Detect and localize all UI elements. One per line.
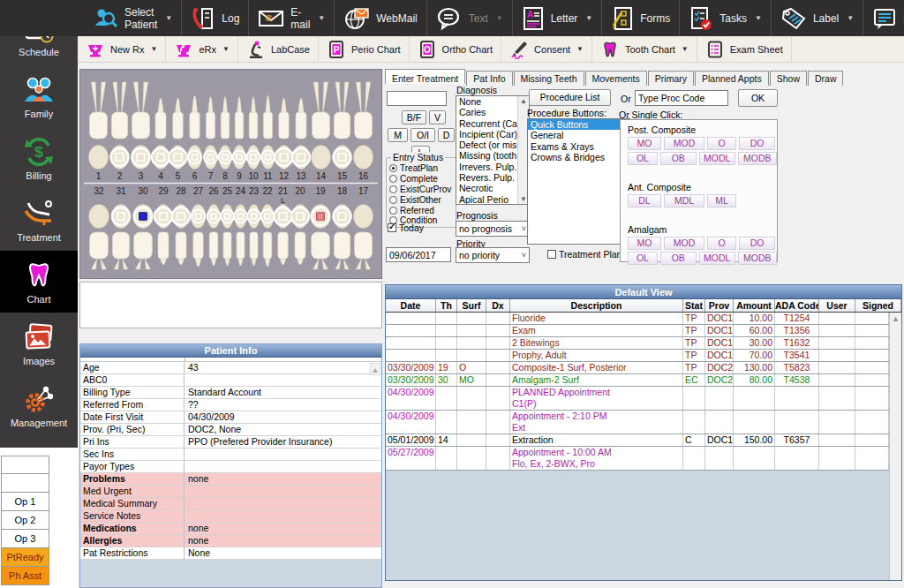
diagnosis-item-caries[interactable]: Caries [456,107,518,117]
tooth-occlusal-2[interactable] [110,146,128,170]
op-cell-empty[interactable] [1,474,49,493]
tooth-chart-button[interactable]: Tooth Chart ▼ [592,36,697,62]
column-header-ada-code[interactable]: ADA Code [775,299,819,312]
diagnosis-item-revers-pulp[interactable]: Revers. Pulp. [456,172,518,183]
table-row[interactable]: Prophy, AdultTPDOC170.00T3541 [386,350,889,362]
table-row[interactable]: 05/27/2009Appointment - 10:00 AMFlo, Ex,… [386,447,889,471]
surface-oi-button[interactable]: O/I [411,128,435,142]
tooth-number-18[interactable]: 18 [337,186,348,196]
tooth-number-3[interactable]: 3 [139,171,144,181]
tab-movements[interactable]: Movements [585,71,647,86]
procedure-category-general[interactable]: General [528,130,629,140]
tooth-occlusal-11[interactable] [261,146,275,170]
tooth-occlusal-5[interactable] [170,146,187,170]
tab-planned-appts[interactable]: Planned Appts [695,71,769,86]
quick-button-amalgam-o[interactable]: O [707,237,736,250]
tooth-number-11[interactable]: 11 [263,171,273,181]
tooth-anatomical-22[interactable] [263,232,272,267]
tooth-anatomical-1[interactable] [90,82,108,139]
tooth-number-12[interactable]: 12 [279,171,290,181]
tooth-occlusal-27[interactable] [191,205,206,229]
sidebar-item-family[interactable]: Family [0,65,78,127]
diagnosis-item-apical-perio[interactable]: Apical Perio [456,194,518,205]
quick-button-post-composite-do[interactable]: DO [739,137,775,150]
tooth-number-17[interactable]: 17 [358,186,369,196]
log-button[interactable]: Log [182,0,249,36]
op-cell-op-1[interactable]: Op 1 [1,493,49,511]
tooth-occlusal-24[interactable] [234,205,247,229]
tooth-number-5[interactable]: 5 [176,171,181,181]
op-cell-op-3[interactable]: Op 3 [1,530,49,548]
tooth-number-27[interactable]: 27 [193,186,204,196]
tooth-number-15[interactable]: 15 [337,171,348,181]
column-header-stat[interactable]: Stat [683,299,705,312]
labcase-button[interactable]: LabCase [238,36,319,62]
tooth-occlusal-10[interactable] [247,146,260,170]
tooth-occlusal-30[interactable] [133,205,154,229]
diagnosis-item-incipient-car[interactable]: Incipient (Car) [456,129,518,139]
tooth-anatomical-28[interactable] [176,232,186,265]
tooth-anatomical-32[interactable] [90,232,109,269]
procedure-buttons-listbox[interactable]: Quick ButtonsGeneralExams & XraysCrowns … [527,118,630,245]
table-row[interactable]: 04/30/2009Appointment - 2:10 PMExt [386,411,889,434]
tooth-number-4[interactable]: 4 [158,171,163,181]
tooth-number-26[interactable]: 26 [208,186,219,196]
treatment-plans-checkbox[interactable]: Treatment Plans [547,249,627,260]
tab-missing-teeth[interactable]: Missing Teeth [514,71,584,86]
tooth-anatomical-30[interactable] [134,232,153,269]
column-header-surf[interactable]: Surf [457,299,486,312]
tooth-occlusal-25[interactable] [221,205,234,229]
exam-sheet-button[interactable]: Exam Sheet [697,36,792,62]
tooth-occlusal-20[interactable] [291,205,309,229]
tooth-anatomical-2[interactable] [111,82,127,139]
quick-button-post-composite-mod[interactable]: MOD [664,137,704,150]
column-header-prov[interactable]: Prov [705,299,734,312]
tooth-occlusal-13[interactable] [292,146,310,170]
quick-button-amalgam-ol[interactable]: OL [628,252,658,265]
tab-show[interactable]: Show [770,71,807,86]
tooth-occlusal-15[interactable] [333,146,350,170]
quick-button-post-composite-mo[interactable]: MO [628,137,661,150]
tooth-anatomical-21[interactable] [278,232,288,265]
tooth-number-10[interactable]: 10 [248,171,259,181]
proc-code-input[interactable] [635,90,728,106]
new-rx-button[interactable]: New Rx ▼ [78,36,166,62]
tooth-number-8[interactable]: 8 [222,171,228,181]
tooth-occlusal-6[interactable] [187,146,202,170]
op-cell-empty[interactable] [1,456,49,474]
tooth-number-19[interactable]: 19 [315,186,326,196]
tooth-number-2[interactable]: 2 [117,171,123,181]
tooth-number-32[interactable]: 32 [94,186,104,196]
tab-enter-treatment[interactable]: Enter Treatment [385,69,465,84]
progress-notes-scrollbar[interactable]: ▲ [889,313,901,580]
ortho-chart-button[interactable]: O Ortho Chart [410,36,501,62]
tooth-anatomical-6[interactable] [190,95,200,139]
procedure-category-crowns-bridges[interactable]: Crowns & Bridges [528,152,629,162]
tab-primary[interactable]: Primary [648,71,694,86]
tooth-anatomical-19[interactable] [312,232,330,269]
procedure-entry-input[interactable] [387,91,447,106]
tooth-number-24[interactable]: 24 [236,186,246,196]
sidebar-item-chart[interactable]: Chart [0,251,78,313]
quick-button-ant-composite-dl[interactable]: DL [628,194,661,207]
tooth-occlusal-9[interactable] [233,146,246,170]
table-row[interactable]: 2 BitewingsTPDOC130.00T1632 [386,337,889,350]
today-checkbox[interactable]: Today [388,222,424,233]
tooth-occlusal-3[interactable] [132,146,151,170]
tooth-number-1[interactable]: 1 [96,171,102,181]
table-row[interactable]: ExamTPDOC160.00T1356 [386,325,889,337]
consent-button[interactable]: Consent ▼ [501,36,592,62]
tooth-anatomical-5[interactable] [173,98,183,139]
tooth-occlusal-8[interactable] [219,146,232,170]
tooth-number-22[interactable]: 22 [262,186,273,196]
diagnosis-item-recurrent-car[interactable]: Recurrent (Car) [456,118,518,129]
tooth-occlusal-18[interactable] [333,205,350,229]
column-header-date[interactable]: Date [386,299,436,312]
tooth-anatomical-12[interactable] [279,98,289,139]
procedure-list-button[interactable]: Procedure List [529,89,611,106]
tooth-number-7[interactable]: 7 [208,171,214,181]
surface-m-button[interactable]: M [388,128,408,142]
tooth-anatomical-13[interactable] [296,98,306,139]
quick-button-post-composite-modb[interactable]: MODB [738,152,777,165]
sidebar-item-billing[interactable]: $ Billing [0,127,78,189]
